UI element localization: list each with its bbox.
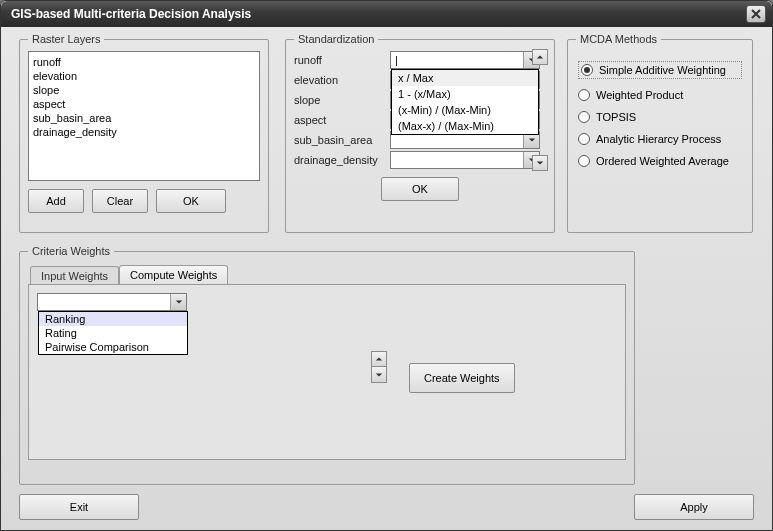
raster-listbox[interactable]: runoff elevation slope aspect sub_basin_… (28, 51, 260, 181)
standardization-body: runoff | x / Max 1 - (x/Max) (x-Min) / (… (294, 51, 546, 169)
bottom-row: Exit Apply (19, 494, 754, 520)
list-item[interactable]: aspect (33, 97, 255, 111)
weights-combo-list[interactable]: Ranking Rating Pairwise Comparison (38, 311, 188, 355)
list-item[interactable]: elevation (33, 69, 255, 83)
list-item[interactable]: runoff (33, 55, 255, 69)
std-scroll-down-group (532, 155, 548, 171)
radio-icon (578, 155, 590, 167)
std-combo-drainage[interactable] (390, 151, 540, 169)
radio-label: Analytic Hierarcy Process (596, 133, 721, 145)
move-down-button[interactable] (371, 367, 387, 383)
tab-panel: Ranking Rating Pairwise Comparison Creat… (28, 284, 626, 460)
raster-layers-group: Raster Layers runoff elevation slope asp… (19, 33, 269, 233)
chevron-down-icon (170, 294, 186, 310)
radio-icon (578, 111, 590, 123)
list-item[interactable]: slope (33, 83, 255, 97)
weights-method-combo[interactable]: Ranking Rating Pairwise Comparison (37, 293, 187, 311)
criteria-weights-legend: Criteria Weights (28, 245, 114, 257)
radio-label: TOPSIS (596, 111, 636, 123)
mcda-methods-group: MCDA Methods Simple Additive Weighting W… (567, 33, 753, 233)
radio-simple-additive-weighting[interactable]: Simple Additive Weighting (578, 61, 742, 79)
close-icon (751, 9, 761, 19)
reorder-spinner (371, 351, 387, 383)
scroll-down-button[interactable] (532, 155, 548, 171)
tab-input-weights[interactable]: Input Weights (30, 266, 119, 285)
std-ok-wrap: OK (294, 177, 546, 201)
dropdown-option[interactable]: Ranking (39, 312, 187, 326)
radio-ahp[interactable]: Analytic Hierarcy Process (578, 133, 742, 145)
radio-weighted-product[interactable]: Weighted Product (578, 89, 742, 101)
standardization-group: Standardization runoff | x / Max 1 - (x/… (285, 33, 555, 233)
exit-button[interactable]: Exit (19, 494, 139, 520)
raster-buttons: Add Clear OK (28, 189, 260, 213)
radio-label: Weighted Product (596, 89, 683, 101)
add-button[interactable]: Add (28, 189, 84, 213)
raster-legend: Raster Layers (28, 33, 104, 45)
dialog-window: GIS-based Multi-criteria Decision Analys… (0, 0, 773, 531)
std-row-label: slope (294, 94, 384, 106)
tabstrip: Input Weights Compute Weights (30, 265, 626, 284)
list-item[interactable]: drainage_density (33, 125, 255, 139)
dropdown-option[interactable]: Rating (39, 326, 187, 340)
radio-label: Simple Additive Weighting (599, 64, 726, 76)
std-row-label: aspect (294, 114, 384, 126)
std-combo-runoff[interactable]: | x / Max 1 - (x/Max) (x-Min) / (Max-Min… (390, 51, 540, 69)
dropdown-option[interactable]: (x-Min) / (Max-Min) (392, 102, 538, 118)
radio-icon (578, 133, 590, 145)
standardization-grid: runoff | x / Max 1 - (x/Max) (x-Min) / (… (294, 51, 546, 169)
mcda-legend: MCDA Methods (576, 33, 661, 45)
dropdown-option[interactable]: 1 - (x/Max) (392, 86, 538, 102)
list-item[interactable]: sub_basin_area (33, 111, 255, 125)
criteria-weights-group: Criteria Weights Input Weights Compute W… (19, 245, 635, 485)
move-up-button[interactable] (371, 351, 387, 367)
radio-topsis[interactable]: TOPSIS (578, 111, 742, 123)
radio-label: Ordered Weighted Average (596, 155, 729, 167)
tab-compute-weights[interactable]: Compute Weights (119, 265, 228, 284)
apply-button[interactable]: Apply (634, 494, 754, 520)
dropdown-option[interactable]: Pairwise Comparison (39, 340, 187, 354)
std-ok-button[interactable]: OK (381, 177, 459, 201)
create-weights-button[interactable]: Create Weights (409, 363, 515, 393)
std-combo-value: | (391, 54, 523, 66)
radio-icon (581, 64, 593, 76)
std-row-label: elevation (294, 74, 384, 86)
window-title: GIS-based Multi-criteria Decision Analys… (11, 7, 746, 21)
std-dropdown-list[interactable]: x / Max 1 - (x/Max) (x-Min) / (Max-Min) … (391, 69, 539, 135)
dropdown-option[interactable]: (Max-x) / (Max-Min) (392, 118, 538, 134)
close-button[interactable] (746, 5, 766, 23)
std-row-label: runoff (294, 54, 384, 66)
raster-ok-button[interactable]: OK (156, 189, 226, 213)
dialog-body: Raster Layers runoff elevation slope asp… (1, 27, 772, 530)
radio-icon (578, 89, 590, 101)
std-scroll-up-group (532, 49, 548, 65)
std-row-label: drainage_density (294, 154, 384, 166)
dropdown-option[interactable]: x / Max (392, 70, 538, 86)
scroll-up-button[interactable] (532, 49, 548, 65)
clear-button[interactable]: Clear (92, 189, 148, 213)
titlebar: GIS-based Multi-criteria Decision Analys… (1, 1, 772, 27)
std-row-label: sub_basin_area (294, 134, 384, 146)
radio-owa[interactable]: Ordered Weighted Average (578, 155, 742, 167)
standardization-legend: Standardization (294, 33, 378, 45)
